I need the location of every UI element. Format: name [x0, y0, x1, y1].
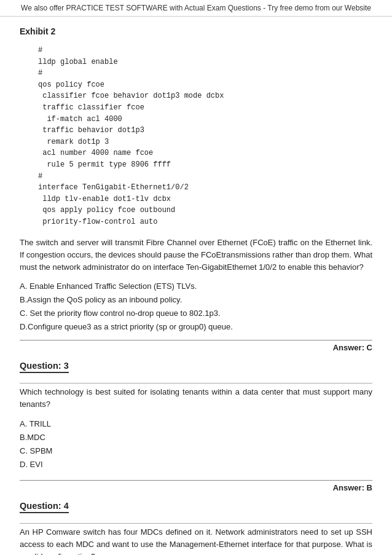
option-item: D. EVI [20, 458, 372, 471]
q4-divider [20, 523, 372, 524]
option-item: C. SPBM [20, 444, 372, 458]
option-item: B.MDC [20, 431, 372, 444]
option-item: A. TRILL [20, 417, 372, 431]
question4-title: Question: 4 [20, 501, 69, 513]
option-item: B.Assign the QoS policy as an inbound po… [20, 293, 372, 307]
question3-answer: Answer: B [20, 480, 372, 495]
option-item: D.Configure queue3 as a strict priority … [20, 320, 372, 334]
option-item: A. Enable Enhanced Traffic Selection (ET… [20, 280, 372, 293]
top-banner: We also offer PRACTICE TEST SOFTWARE wit… [0, 0, 392, 17]
exhibit-label: Exhibit 2 [20, 26, 372, 36]
banner-text: We also offer PRACTICE TEST SOFTWARE wit… [21, 4, 371, 12]
question3-title: Question: 3 [20, 361, 69, 373]
page-container: We also offer PRACTICE TEST SOFTWARE wit… [0, 0, 392, 555]
question3-description: Which technology is best suited for isol… [20, 386, 372, 411]
option-item: C. Set the priority flow control no-drop… [20, 307, 372, 320]
question4-block: Question: 4 An HP Comware switch has fou… [20, 501, 372, 555]
question2-answer: Answer: C [20, 340, 372, 355]
question3-options: A. TRILLB.MDCC. SPBMD. EVI [20, 417, 372, 471]
code-block: # lldp global enable # qos policy fcoe c… [20, 41, 372, 232]
q3-divider [20, 383, 372, 384]
question2-description: The switch and server will transmit Fibr… [20, 237, 372, 274]
question3-block: Question: 3 Which technology is best sui… [20, 361, 372, 471]
content-area: Exhibit 2 # lldp global enable # qos pol… [0, 17, 392, 555]
question2-options: A. Enable Enhanced Traffic Selection (ET… [20, 280, 372, 334]
question4-description: An HP Comware switch has four MDCs defin… [20, 526, 372, 555]
